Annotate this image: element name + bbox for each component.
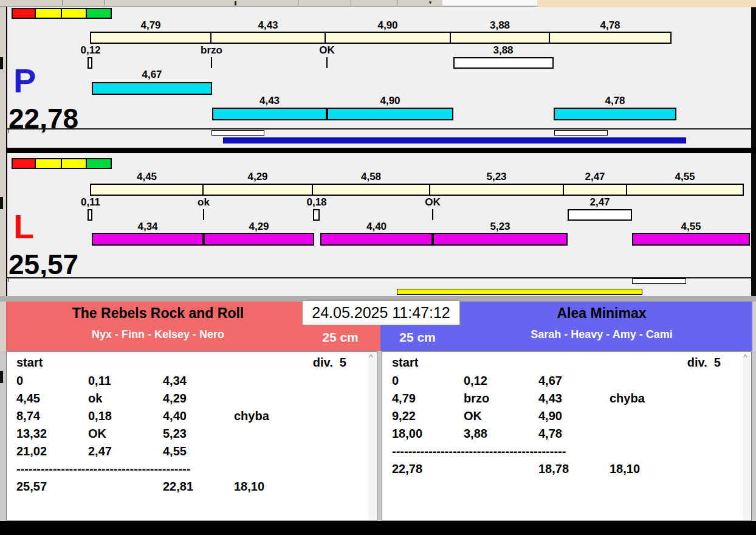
table-cell: 21,02 (16, 444, 47, 458)
table-cell: 0,11 (88, 374, 111, 388)
table-cell: 4,29 (163, 392, 187, 406)
table-cell: 4,90 (538, 409, 562, 423)
table-cell: 0 (392, 374, 399, 388)
table-cell: 0,12 (464, 374, 487, 388)
team-members-left: Nyx - Finn - Kelsey - Nero (6, 328, 310, 341)
table-scrollbar[interactable] (368, 353, 376, 520)
table-cell: 4,55 (163, 444, 187, 458)
table-total-cell: 18,10 (610, 462, 640, 476)
bottom-bar (0, 521, 756, 535)
results-table-left: startdiv. 500,114,344,45ok4,298,740,184,… (6, 351, 377, 521)
team-name-left: The Rebels Rock and Roll (6, 305, 310, 322)
table-cell: 8,74 (16, 409, 40, 423)
table-cell: 4,40 (163, 409, 187, 423)
scroll-up-icon[interactable]: ^ (369, 353, 373, 361)
table-cell: 3,88 (464, 427, 487, 441)
table-scrollbar[interactable] (743, 353, 751, 520)
team-name-right: Alea Minimax (450, 305, 754, 322)
table-cell: 2,47 (88, 444, 112, 458)
window-edge-mark (0, 57, 3, 69)
datetime-display: 24.05.2025 11:47:12 (302, 300, 460, 325)
table-total-cell: 18,78 (538, 462, 569, 476)
table-separator: ----------------------------------------… (392, 444, 566, 458)
table-cell: 0 (16, 374, 23, 388)
table-cell: 4,78 (538, 427, 562, 441)
window-edge (537, 0, 756, 7)
table-cell: chyba (610, 392, 645, 406)
table-cell: 4,34 (163, 374, 187, 388)
table-cell: 4,43 (538, 392, 562, 406)
table-cell: 4,45 (16, 392, 40, 406)
toolbar-field[interactable] (442, 0, 537, 5)
table-cell: chyba (234, 409, 269, 423)
table-cell: 5,23 (163, 427, 187, 441)
table-total-cell: 25,57 (16, 480, 47, 494)
table-cell: 0,18 (88, 409, 112, 423)
clipped-text-glyph (235, 1, 236, 5)
table-cell: 4,79 (392, 392, 416, 406)
table-total-cell: 22,78 (392, 462, 422, 476)
table-header-div: div. 5 (16, 356, 346, 370)
table-total-cell: 22,81 (163, 480, 193, 494)
lane-separator (6, 148, 756, 153)
table-separator: ----------------------------------------… (16, 462, 190, 476)
table-cell: 4,67 (538, 374, 562, 388)
toolbar-separator (397, 0, 397, 5)
table-cell: ok (88, 392, 102, 406)
table-total-cell: 18,10 (234, 480, 264, 494)
app-window: 4,794,434,903,884,780,12brzoOK3,884,674,… (0, 0, 756, 535)
table-cell: 9,22 (392, 409, 416, 423)
toolbar-separator (62, 0, 63, 5)
table-cell: OK (464, 409, 482, 423)
table-cell: 18,00 (392, 427, 422, 441)
scroll-up-icon[interactable]: ^ (743, 353, 747, 361)
height-class-left: 25 cm (302, 330, 379, 345)
table-header-div: div. 5 (392, 356, 721, 370)
results-table-right: startdiv. 500,124,674,79brzo4,43chyba9,2… (382, 351, 752, 521)
toolbar-separator (298, 0, 298, 5)
window-edge-mark (0, 197, 3, 209)
table-cell: brzo (464, 392, 489, 406)
team-members-right: Sarah - Heavy - Amy - Cami (450, 328, 754, 341)
toolbar-fragment: ▼ (0, 0, 756, 7)
table-cell: 13,32 (16, 427, 47, 441)
toolbar-separator (104, 0, 105, 5)
window-edge-mark (0, 371, 3, 383)
toolbar-separator (351, 0, 351, 5)
dropdown-arrow-icon[interactable]: ▼ (428, 0, 433, 5)
table-cell: OK (88, 427, 106, 441)
height-class-right: 25 cm (385, 330, 450, 345)
